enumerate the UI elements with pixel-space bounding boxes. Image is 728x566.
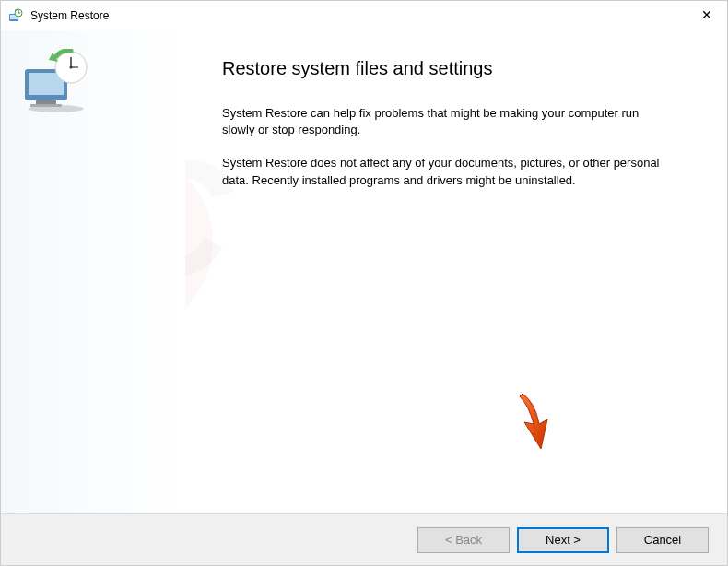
close-button[interactable]: ✕ [686, 1, 727, 29]
description-para-2: System Restore does not affect any of yo… [222, 155, 672, 188]
wizard-button-bar: < Back Next > Cancel [1, 513, 727, 565]
titlebar: System Restore ✕ [1, 1, 727, 30]
window-title: System Restore [30, 9, 109, 22]
restore-titlebar-icon [8, 8, 23, 23]
wizard-sidebar [1, 30, 185, 513]
back-button: < Back [417, 527, 510, 553]
system-restore-window: System Restore ✕ PC [0, 0, 728, 566]
system-restore-icon [19, 49, 93, 113]
next-button[interactable]: Next > [517, 527, 609, 553]
close-icon: ✕ [701, 7, 712, 22]
description-para-1: System Restore can help fix problems tha… [222, 105, 672, 138]
wizard-body: PC Restore system files [1, 30, 727, 513]
svg-rect-7 [36, 100, 56, 104]
page-heading: Restore system files and settings [222, 58, 672, 79]
cancel-button[interactable]: Cancel [616, 527, 709, 553]
svg-rect-8 [30, 104, 62, 107]
wizard-content: Restore system files and settings System… [185, 30, 727, 513]
